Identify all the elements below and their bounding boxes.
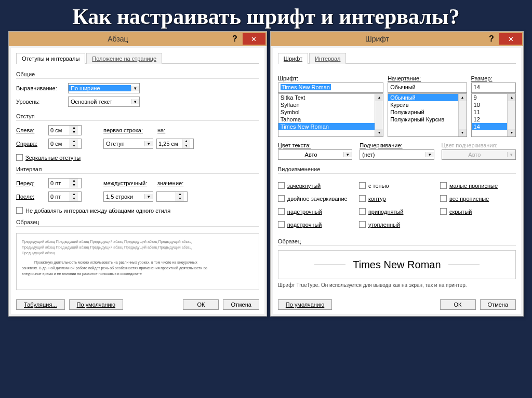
preview-box: Предыдущий абзац Предыдущий абзац Предыд… <box>16 233 259 290</box>
chevron-down-icon[interactable]: ▾ <box>144 194 153 199</box>
left-spinner[interactable]: ▲▼ <box>48 125 82 135</box>
outline-checkbox[interactable] <box>359 195 366 202</box>
group-effects: Видоизменение <box>278 166 516 174</box>
slide-title: Как настраивать шрифт и интервалы? <box>0 0 532 31</box>
underline-label: Подчеркивание: <box>360 142 434 148</box>
firstline-label: первая строка: <box>103 127 154 133</box>
by-label: на: <box>157 127 180 133</box>
group-sample: Образец <box>278 238 516 246</box>
tab-font[interactable]: Шрифт <box>278 53 308 64</box>
size-label: Размер: <box>471 75 516 81</box>
after-spinner[interactable]: ▲▼ <box>48 191 82 202</box>
group-spacing: Интервал <box>16 166 259 174</box>
size-input[interactable]: 14 <box>471 83 516 93</box>
emboss-checkbox[interactable] <box>359 208 366 215</box>
ok-button[interactable]: ОК <box>440 299 476 310</box>
firstline-combo[interactable]: Отступ ▾ <box>103 139 153 149</box>
style-input[interactable]: Обычный <box>388 83 467 93</box>
level-combo[interactable]: Основной текст ▾ <box>68 97 140 107</box>
mirror-checkbox[interactable] <box>16 154 23 161</box>
style-label: Начертание: <box>388 75 467 81</box>
default-button[interactable]: По умолчанию <box>278 299 332 310</box>
list-item: Sitka Text <box>278 94 383 101</box>
help-button[interactable]: ? <box>484 34 499 44</box>
tabs: Отступы и интервалы Положение на страниц… <box>16 52 259 64</box>
dialog-title: Абзац <box>9 35 227 43</box>
effect-label: все прописные <box>449 196 489 202</box>
cancel-button[interactable]: Отмена <box>223 299 259 310</box>
left-label: Слева: <box>16 127 45 133</box>
ucolor-label: Цвет подчеркивания: <box>442 142 516 148</box>
list-item: Tahoma <box>278 116 383 123</box>
size-list[interactable]: 9 10 11 12 14 ▴▾ <box>471 93 516 137</box>
before-spinner[interactable]: ▲▼ <box>48 178 82 188</box>
chevron-down-icon[interactable]: ▾ <box>425 152 434 157</box>
color-label: Цвет текста: <box>278 142 352 148</box>
chevron-down-icon[interactable]: ▾ <box>131 86 139 91</box>
font-input[interactable]: Times New Roman <box>278 83 383 93</box>
list-item: Курсив <box>388 101 466 108</box>
list-item: Полужирный Курсив <box>388 116 466 123</box>
font-list[interactable]: Sitka Text Sylfaen Symbol Tahoma Times N… <box>278 93 383 137</box>
close-button[interactable]: ✕ <box>499 33 522 45</box>
scrollbar[interactable]: ▴▾ <box>458 94 467 136</box>
chevron-down-icon[interactable]: ▾ <box>343 152 352 157</box>
tab-indents[interactable]: Отступы и интервалы <box>16 53 85 64</box>
tab-interval[interactable]: Интервал <box>309 53 346 64</box>
chevron-down-icon: ▾ <box>507 152 515 157</box>
font-label: Шрифт: <box>278 75 383 81</box>
effect-label: контур <box>368 196 386 202</box>
nospace-checkbox[interactable] <box>16 207 23 214</box>
nospace-label: Не добавлять интервал между абзацами одн… <box>25 208 170 214</box>
close-button[interactable]: ✕ <box>243 33 265 45</box>
right-spinner[interactable]: ▲▼ <box>48 139 82 149</box>
effect-label: подстрочный <box>287 222 322 228</box>
effect-label: двойное зачеркивание <box>287 196 348 202</box>
list-item: Обычный <box>388 94 466 101</box>
strike-checkbox[interactable] <box>278 182 285 189</box>
align-label: Выравнивание: <box>16 85 65 91</box>
underline-combo[interactable]: (нет) ▾ <box>360 149 434 160</box>
titlebar: Абзац ? ✕ <box>9 32 267 46</box>
list-item: Symbol <box>278 108 383 116</box>
default-button[interactable]: По умолчанию <box>69 299 123 310</box>
smallcaps-checkbox[interactable] <box>440 182 447 189</box>
engrave-checkbox[interactable] <box>359 221 366 228</box>
ucolor-combo: Авто ▾ <box>442 149 516 160</box>
shadow-checkbox[interactable] <box>359 182 366 189</box>
tab-position[interactable]: Положение на странице <box>86 53 162 64</box>
sub-checkbox[interactable] <box>278 221 285 228</box>
tabs-button[interactable]: Табуляция... <box>16 299 65 310</box>
cancel-button[interactable]: Отмена <box>480 299 516 310</box>
at-spinner[interactable]: ▲▼ <box>156 191 188 202</box>
linespacing-combo[interactable]: 1,5 строки ▾ <box>103 191 153 202</box>
titlebar: Шрифт ? ✕ <box>271 32 523 46</box>
super-checkbox[interactable] <box>278 208 285 215</box>
hidden-checkbox[interactable] <box>440 208 447 215</box>
effect-label: скрытый <box>449 209 472 215</box>
chevron-down-icon[interactable]: ▾ <box>131 99 139 104</box>
effect-label: утопленный <box>368 222 400 228</box>
effect-label: надстрочный <box>287 209 322 215</box>
ok-button[interactable]: ОК <box>183 299 219 310</box>
allcaps-checkbox[interactable] <box>440 195 447 202</box>
right-label: Справа: <box>16 141 45 147</box>
group-general: Общие <box>16 71 259 79</box>
by-spinner[interactable]: ▲▼ <box>156 139 194 149</box>
dstrike-checkbox[interactable] <box>278 195 285 202</box>
hint-text: Шрифт TrueType. Он используется для выво… <box>278 282 516 288</box>
style-list[interactable]: Обычный Курсив Полужирный Полужирный Кур… <box>388 93 467 137</box>
help-button[interactable]: ? <box>227 34 243 44</box>
list-item: Полужирный <box>388 108 466 116</box>
effect-label: малые прописные <box>449 183 498 189</box>
chevron-down-icon[interactable]: ▾ <box>144 141 153 146</box>
scrollbar[interactable]: ▴▾ <box>375 94 383 136</box>
sample-box: Times New Roman <box>278 250 516 279</box>
paragraph-dialog: Абзац ? ✕ Отступы и интервалы Положение … <box>8 31 267 317</box>
align-combo[interactable]: По ширине ▾ <box>68 83 140 93</box>
scrollbar[interactable]: ▴▾ <box>507 94 515 136</box>
list-item: Times New Roman <box>278 123 383 130</box>
group-sample: Образец <box>16 219 259 227</box>
color-combo[interactable]: Авто ▾ <box>278 149 352 160</box>
group-indent: Отступ <box>16 113 259 121</box>
